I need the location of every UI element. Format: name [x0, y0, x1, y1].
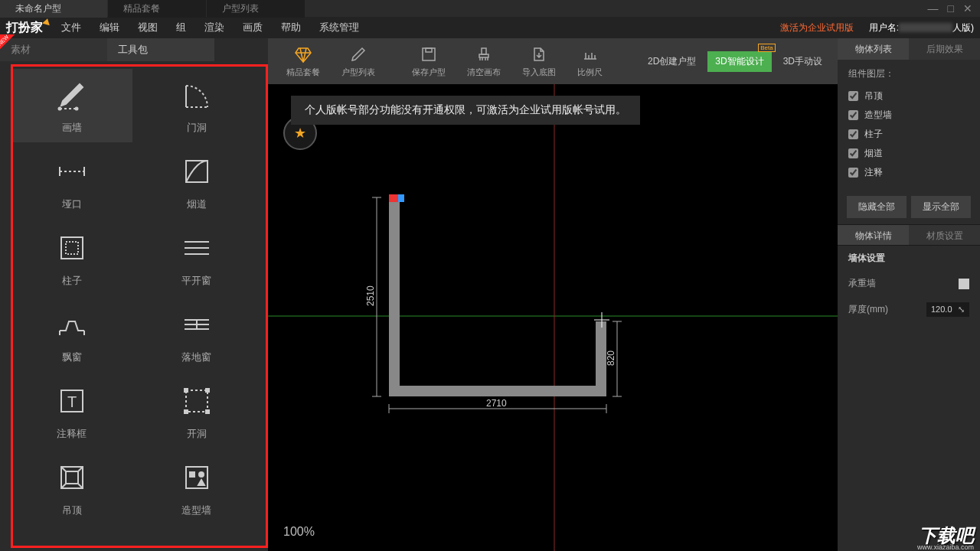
thickness-input[interactable]: 120.0⤡ [926, 302, 969, 317]
watermark-url: www.xiazaiba.com [917, 543, 974, 551]
tool-label: 平开窗 [181, 274, 211, 288]
menu-quality[interactable]: 画质 [234, 21, 272, 34]
menu-group[interactable]: 组 [167, 21, 195, 34]
tb-clear[interactable]: 清空画布 [456, 42, 511, 81]
layer-row[interactable]: 烟道 [848, 144, 969, 163]
tool-dot-rect[interactable]: 柱子 [11, 222, 132, 295]
doc-tab-3[interactable]: 户型列表 [207, 0, 305, 18]
tb-layout[interactable]: 户型列表 [331, 42, 386, 81]
menu-render[interactable]: 渲染 [195, 21, 234, 34]
show-all-button[interactable]: 显示全部 [911, 196, 971, 218]
bearing-wall-swatch[interactable] [959, 279, 969, 289]
svg-text:T: T [67, 393, 76, 410]
menu-sysadmin[interactable]: 系统管理 [310, 21, 368, 34]
mode-2d[interactable]: 2D创建户型 [640, 51, 704, 72]
doc-tab-1[interactable]: 未命名户型 [0, 0, 107, 18]
svg-rect-2 [186, 161, 207, 182]
menu-file[interactable]: 文件 [52, 21, 90, 34]
svg-rect-18 [423, 48, 435, 60]
tool-label: 吊顶 [62, 504, 82, 517]
tb-import[interactable]: 导入底图 [511, 42, 567, 81]
activation-link[interactable]: 激活为企业试用版 [780, 21, 854, 34]
pencil-icon [54, 77, 90, 113]
import-icon [530, 45, 548, 64]
mode-3d-manual[interactable]: 3D手动设 [776, 51, 830, 72]
tb-premium[interactable]: 精品套餐 [276, 42, 331, 81]
tool-shapes[interactable]: 造型墙 [136, 452, 257, 525]
new-badge [0, 34, 15, 53]
mode-3d-smart[interactable]: 3D智能设计Beta [707, 51, 771, 72]
layer-checkbox[interactable] [848, 129, 858, 139]
menu-view[interactable]: 视图 [129, 21, 167, 34]
tb-save[interactable]: 保存户型 [401, 42, 456, 81]
brush-icon [475, 45, 493, 64]
rtab-effects[interactable]: 后期效果 [909, 38, 980, 60]
layer-row[interactable]: 柱子 [848, 125, 969, 144]
minimize-icon[interactable]: — [928, 2, 939, 15]
diamond-icon [294, 45, 312, 64]
svg-rect-24 [389, 386, 606, 396]
tool-grid-win[interactable]: 落地窗 [136, 298, 257, 372]
layer-checkbox[interactable] [848, 148, 858, 158]
svg-rect-4 [66, 242, 78, 254]
svg-rect-27 [398, 194, 404, 202]
curve-rect-icon [178, 153, 215, 190]
layer-checkbox[interactable] [848, 168, 858, 178]
tool-dot-border[interactable]: 开洞 [136, 375, 257, 448]
doc-tab-2[interactable]: 精品套餐 [108, 0, 206, 18]
maximize-icon[interactable]: □ [948, 2, 954, 15]
rtab-material[interactable]: 材质设置 [909, 225, 980, 245]
svg-rect-20 [482, 48, 486, 54]
floorplan-svg: 2510 2710 820 [268, 84, 838, 551]
svg-rect-7 [186, 390, 207, 412]
svg-text:2710: 2710 [486, 398, 507, 409]
user-info: 用户名:人版) [869, 21, 974, 34]
tool-h-lines[interactable]: 平开窗 [136, 222, 257, 295]
expand-icon: ⤡ [958, 305, 965, 315]
rtab-objects[interactable]: 物体列表 [838, 38, 909, 60]
drawing-canvas[interactable]: 个人版帐号部分功能没有开通权限，可激活为企业试用版帐号试用。 ★ 2510 27… [268, 84, 838, 551]
left-tab-material[interactable]: 素材 [0, 38, 107, 61]
left-tab-toolkit[interactable]: 工具包 [107, 38, 214, 61]
menu-edit[interactable]: 编辑 [90, 21, 129, 34]
text-icon: T [54, 383, 90, 419]
tool-arc[interactable]: 门洞 [136, 69, 257, 142]
tool-label: 垭口 [62, 197, 82, 211]
tool-text[interactable]: T注释框 [11, 375, 132, 448]
beta-badge: Beta [758, 44, 775, 52]
svg-text:2510: 2510 [365, 285, 376, 306]
layer-label: 吊顶 [864, 90, 883, 103]
svg-text:820: 820 [606, 350, 616, 366]
app-logo: 打扮家 [6, 20, 43, 36]
layer-checkbox[interactable] [848, 110, 858, 120]
arc-icon [178, 77, 215, 113]
tool-bay[interactable]: 飘窗 [11, 298, 132, 372]
layer-checkbox[interactable] [848, 91, 858, 101]
svg-rect-9 [206, 389, 209, 392]
tool-label: 落地窗 [181, 350, 211, 364]
pencil-icon [349, 45, 368, 64]
hide-all-button[interactable]: 隐藏全部 [847, 196, 906, 218]
layer-label: 注释 [864, 166, 883, 179]
dash-line-icon [54, 153, 90, 190]
tool-label: 画墙 [62, 121, 82, 135]
bay-icon [54, 306, 90, 343]
tool-ceiling[interactable]: 吊顶 [11, 452, 132, 525]
layer-row[interactable]: 吊顶 [848, 86, 969, 106]
close-icon[interactable]: ✕ [963, 2, 972, 15]
dot-border-icon [178, 383, 215, 419]
tool-curve-rect[interactable]: 烟道 [136, 145, 257, 219]
rtab-detail[interactable]: 物体详情 [838, 225, 909, 245]
layers-title: 组件图层： [848, 67, 969, 80]
tool-label: 柱子 [62, 274, 82, 288]
layer-row[interactable]: 注释 [848, 163, 969, 182]
tool-dash-line[interactable]: 垭口 [11, 145, 132, 219]
tool-label: 门洞 [187, 121, 207, 135]
tool-label: 注释框 [57, 427, 87, 441]
layer-row[interactable]: 造型墙 [848, 106, 969, 125]
svg-point-1 [75, 108, 77, 110]
tool-pencil[interactable]: 画墙 [11, 69, 132, 142]
menu-help[interactable]: 帮助 [272, 21, 310, 34]
layer-label: 烟道 [864, 147, 883, 160]
tb-ruler[interactable]: 比例尺 [567, 42, 613, 81]
